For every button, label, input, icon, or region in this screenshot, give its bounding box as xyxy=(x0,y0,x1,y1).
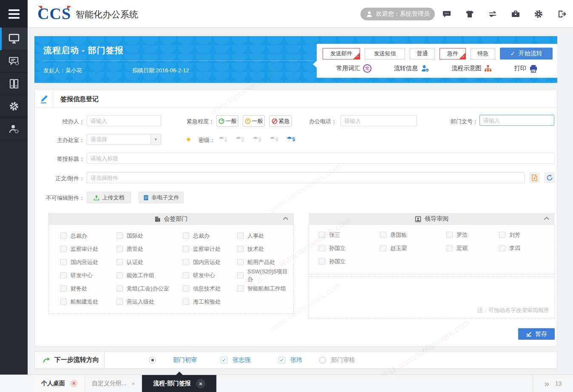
secrecy-level-1[interactable]: ☂1 xyxy=(218,135,234,143)
secrecy-level-5-selected[interactable]: ☂5 xyxy=(286,135,302,143)
countersign-dept-checkbox[interactable]: 研发中心 xyxy=(183,269,237,282)
countersign-dept-checkbox[interactable]: 船用产品处 xyxy=(237,256,290,269)
sidebar-item-tools[interactable] xyxy=(0,95,28,118)
countersign-dept-checkbox[interactable]: 智能船舶工作组 xyxy=(237,282,290,295)
priority-extra-urgent-button[interactable]: 特急 xyxy=(471,48,495,60)
leader-checkbox[interactable]: 宏观 xyxy=(446,241,499,255)
refresh-button[interactable] xyxy=(544,172,555,183)
select-placeholder: 请选择 xyxy=(87,136,150,143)
sidebar-item-desktop[interactable] xyxy=(0,28,28,50)
doc-number-input[interactable] xyxy=(479,115,554,126)
review-order-dropzone[interactable]: 注：可拖动名字改变审阅顺序 xyxy=(309,276,555,319)
dept-review-label[interactable]: 部门审核 xyxy=(331,356,355,364)
close-icon[interactable]: × xyxy=(132,381,135,387)
leader-checkbox[interactable]: 罗浩 xyxy=(446,228,499,241)
sidebar-item-user-admin[interactable] xyxy=(0,118,28,140)
more-tabs-chevron-icon[interactable]: » xyxy=(545,379,549,389)
office-phone-input[interactable] xyxy=(340,115,417,126)
document-icon xyxy=(143,195,149,201)
theme-skin-icon[interactable] xyxy=(465,9,474,19)
message-icon[interactable] xyxy=(442,9,451,19)
countersign-dept-checkbox[interactable]: 监察审计处 xyxy=(60,242,116,256)
checkbox-icon xyxy=(116,259,123,265)
countersign-dept-checkbox[interactable]: 国内营运处 xyxy=(183,256,237,269)
leader-checkbox[interactable]: 李四 xyxy=(499,241,551,255)
non-electronic-file-button[interactable]: 非电子文件 xyxy=(139,192,184,203)
priority-normal-button[interactable]: 普通 xyxy=(410,48,435,60)
countersign-dept-checkbox[interactable]: 国际处 xyxy=(116,229,183,242)
flow-info-link[interactable]: 流转信息 xyxy=(394,65,429,72)
countersign-dept-checkbox[interactable]: 认证处 xyxy=(116,256,183,269)
tab-personal-desktop[interactable]: 个人桌面 × xyxy=(34,375,85,392)
checkbox-zhangzhiqiang[interactable]: ✓ xyxy=(221,357,227,364)
leader-checkbox[interactable]: 孙国立 xyxy=(319,241,380,255)
countersign-dept-checkbox[interactable]: 船舶建造处 xyxy=(60,295,116,308)
zhangwei-label[interactable]: 张玮 xyxy=(290,356,302,364)
countersign-dept-checkbox[interactable]: 总裁办 xyxy=(60,229,116,242)
radio-dept-review[interactable] xyxy=(319,357,326,364)
countersign-dept-checkbox[interactable]: 监察审计处 xyxy=(183,242,237,256)
host-office-select[interactable]: 请选择 ▼ xyxy=(87,134,161,145)
countersign-dept-checkbox[interactable]: 能效工作组 xyxy=(116,269,183,282)
countersign-dept-checkbox[interactable]: 研发中心 xyxy=(60,269,116,282)
collapse-chevron-icon[interactable] xyxy=(283,216,289,220)
switch-icon[interactable] xyxy=(488,9,497,19)
collapse-chevron-icon[interactable] xyxy=(544,216,550,220)
sidebar-item-messages[interactable] xyxy=(0,50,28,73)
start-flow-button[interactable]: ✓ 开始流转 xyxy=(500,48,553,60)
briefcase-icon[interactable] xyxy=(511,9,520,19)
save-draft-button[interactable]: 暂存 xyxy=(518,328,555,340)
flow-diagram-link[interactable]: 流程示意图 xyxy=(451,65,492,72)
checkbox-zhangwei[interactable]: ✓ xyxy=(278,357,285,364)
sidebar-item-archives[interactable] xyxy=(0,73,28,95)
gauge-red-icon xyxy=(272,118,278,124)
countersign-dept-checkbox[interactable]: 营运入级处 xyxy=(116,295,183,308)
print-link[interactable]: 打印 xyxy=(514,65,538,73)
zhangzhiqiang-label[interactable]: 张志强 xyxy=(233,356,250,364)
countersign-dept-checkbox[interactable]: 党组(工会)办公室 xyxy=(116,282,183,295)
upload-document-button[interactable]: 上传文档 xyxy=(87,192,131,203)
send-mail-button[interactable]: 发送邮件 ✓ xyxy=(323,48,360,60)
leader-checkbox[interactable]: 张三 xyxy=(319,228,380,241)
countersign-dept-checkbox[interactable]: 财务处 xyxy=(60,282,116,295)
countersign-dept-checkbox[interactable]: 海工检验处 xyxy=(183,295,237,308)
secrecy-level-2[interactable]: ☂2 xyxy=(235,135,251,143)
hamburger-menu-button[interactable] xyxy=(0,0,28,28)
report-title-input[interactable] xyxy=(87,153,555,164)
ccs-logo: CCS xyxy=(37,4,71,23)
chat-settings-icon xyxy=(9,56,20,66)
add-file-button[interactable] xyxy=(529,172,540,183)
countersign-dept-checkbox[interactable]: SSW(S20)5项目办 xyxy=(237,269,290,282)
tab-custom-group[interactable]: 自定义分组... × xyxy=(85,375,142,392)
dept-first-review-label[interactable]: 部门初审 xyxy=(173,356,197,364)
secrecy-level-3[interactable]: ☂3 xyxy=(252,135,268,143)
common-words-link[interactable]: 常用词汇 常 xyxy=(336,64,372,73)
leader-checkbox[interactable]: 赵玉梁 xyxy=(380,241,446,255)
send-sms-button[interactable]: 发送短信 xyxy=(365,48,405,60)
close-icon[interactable]: × xyxy=(70,380,78,387)
tab-process-sign-report-active[interactable]: 流程-部门签报 × xyxy=(142,375,216,392)
radio-dept-first-review[interactable] xyxy=(149,357,156,364)
countersign-dept-checkbox[interactable]: 质管处 xyxy=(116,242,183,256)
urgency-normal-green-button[interactable]: 一般 xyxy=(216,115,238,127)
handler-input[interactable] xyxy=(87,115,161,126)
countersign-dept-checkbox[interactable]: 国内营运处 xyxy=(60,256,116,269)
user-welcome-pill[interactable]: 欢迎您：系统管理员 xyxy=(360,8,435,20)
leader-checkbox[interactable]: 孙国立 xyxy=(319,255,380,268)
countersign-dept-checkbox[interactable]: 人事处 xyxy=(237,229,290,242)
urgency-normal-orange-button[interactable]: 一般 xyxy=(243,115,265,127)
settings-gear-icon[interactable] xyxy=(534,9,543,19)
body-attachment-input[interactable] xyxy=(87,172,525,183)
urgency-urgent-red-button[interactable]: 紧急 xyxy=(269,115,292,127)
countersign-dept-checkbox[interactable]: 信息技术处 xyxy=(183,282,237,295)
leader-checkbox[interactable]: 刘芳 xyxy=(499,228,551,241)
countersign-dept-checkbox[interactable]: 总裁办 xyxy=(183,229,237,242)
countersign-dept-checkbox[interactable]: 技术处 xyxy=(237,242,290,256)
checkbox-icon xyxy=(319,232,325,238)
priority-urgent-button[interactable]: 急件 ✓ xyxy=(440,48,466,60)
logout-icon[interactable] xyxy=(557,9,566,19)
redo-arrow-icon xyxy=(43,357,50,364)
secrecy-level-4[interactable]: ☂4 xyxy=(269,135,285,143)
leader-checkbox[interactable]: 唐国栋 xyxy=(380,228,446,241)
close-icon[interactable]: × xyxy=(196,379,205,388)
